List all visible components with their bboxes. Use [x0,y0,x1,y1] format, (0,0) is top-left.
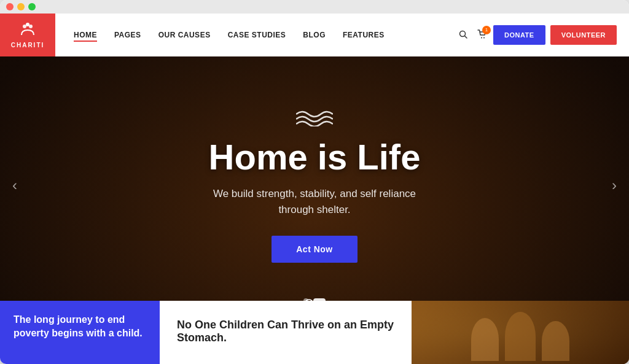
slider-next-arrow[interactable]: › [612,177,617,194]
nav-item-pages[interactable]: PAGES [114,31,141,39]
svg-point-6 [483,37,485,38]
hero-subtitle: We build strength, stability, and self r… [204,186,425,217]
close-button[interactable] [6,3,14,10]
svg-point-0 [23,25,26,28]
nav-item-home[interactable]: HOME [74,31,97,39]
card-white-title: No One Children Can Thrive on an Empty S… [177,319,394,344]
header-buttons: DONATE VOLUNTEER [493,25,629,45]
svg-point-1 [29,25,33,28]
hero-background [0,56,629,314]
nav-item-blog[interactable]: BLOG [303,31,326,39]
svg-line-4 [465,36,467,38]
slider-dot-left[interactable] [303,298,308,303]
nav-icons: 1 [459,29,493,41]
hero-section: Home is Life We build strength, stabilit… [0,56,629,314]
act-now-button[interactable]: Act Now [272,236,357,263]
cards-row: The long journey to end poverty begins w… [0,301,629,364]
slider-dots [303,298,326,303]
slider-prev-arrow[interactable]: ‹ [12,177,17,194]
hero-title: Home is Life [209,137,421,177]
donate-button[interactable]: DONATE [493,25,545,45]
site-wrapper: CHARITI HOME PAGES OUR CAUSES CASE STUDI… [0,14,629,364]
svg-point-8 [307,302,311,306]
nav-item-case-studies[interactable]: CASE STUDIES [228,31,286,39]
svg-point-5 [481,37,482,38]
slider-dot-active[interactable] [313,298,326,303]
card-blue-text: The long journey to end poverty begins w… [14,313,146,341]
logo-text: CHARITI [11,42,45,48]
maximize-button[interactable] [28,3,36,10]
card-photo [412,301,629,364]
cart-icon[interactable]: 1 [477,29,487,41]
title-bar [0,0,629,14]
cart-badge: 1 [482,26,491,34]
minimize-button[interactable] [17,3,25,10]
card-blue: The long journey to end poverty begins w… [0,301,160,364]
wave-icon [296,108,333,129]
logo-icon [19,21,36,41]
header: CHARITI HOME PAGES OUR CAUSES CASE STUDI… [0,14,629,56]
search-icon[interactable] [459,30,467,41]
logo-area[interactable]: CHARITI [0,14,55,56]
card-white: No One Children Can Thrive on an Empty S… [160,301,412,364]
window: CHARITI HOME PAGES OUR CAUSES CASE STUDI… [0,0,629,364]
svg-point-2 [26,23,29,26]
nav-item-features[interactable]: FEATURES [343,31,385,39]
volunteer-button[interactable]: VOLUNTEER [550,25,617,45]
nav-menu: HOME PAGES OUR CAUSES CASE STUDIES BLOG … [55,31,459,39]
nav-item-causes[interactable]: OUR CAUSES [158,31,211,39]
